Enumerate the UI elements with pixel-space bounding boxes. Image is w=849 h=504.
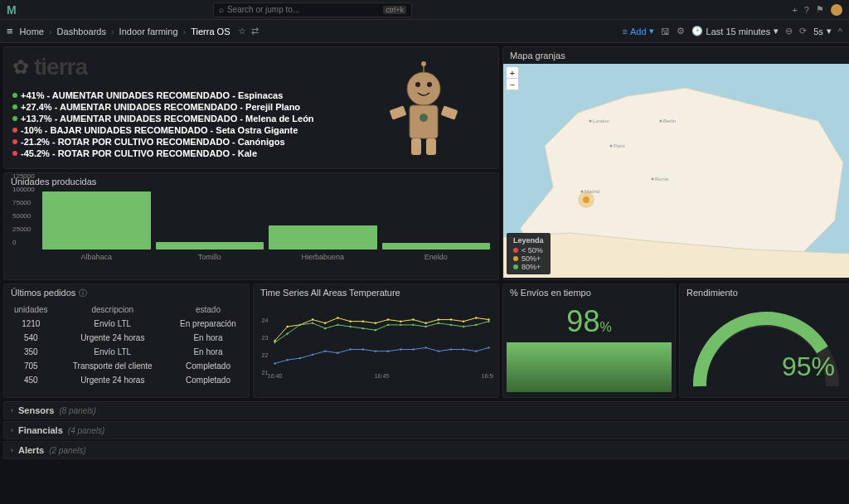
app-logo[interactable]: M <box>7 3 17 17</box>
refresh-icon[interactable]: ⟳ <box>799 26 807 36</box>
svg-text:London: London <box>593 119 609 124</box>
svg-point-0 <box>407 72 440 105</box>
help-icon[interactable]: ? <box>804 5 809 15</box>
legend-title: Leyenda <box>513 236 544 245</box>
svg-text:Berlin: Berlin <box>663 119 676 124</box>
crumb-dashboards[interactable]: Dashboards <box>57 27 106 36</box>
table-row[interactable]: 705Transporte del clienteCompletado <box>4 359 249 373</box>
collapsed-row[interactable]: › Sensors (8 panels) <box>3 401 849 419</box>
svg-rect-7 <box>389 105 406 119</box>
bar[interactable] <box>382 243 491 250</box>
refresh-interval[interactable]: 5s ▾ <box>813 26 832 36</box>
avatar[interactable] <box>831 4 842 16</box>
brand-text: tierra <box>34 54 87 80</box>
map-canvas[interactable]: Madrid Paris London Berlin Roma + − Leye… <box>503 64 849 278</box>
svg-point-51 <box>337 324 338 326</box>
bar[interactable] <box>156 242 264 250</box>
map-title: Mapa granjas <box>503 47 849 64</box>
svg-point-74 <box>400 348 401 350</box>
svg-point-54 <box>375 329 376 331</box>
orders-title: Últimos pedidosⓘ <box>4 284 249 303</box>
trend-dot-icon <box>12 116 17 121</box>
table-header[interactable]: unidades <box>4 303 58 317</box>
news-icon[interactable]: ⚑ <box>816 4 824 15</box>
collapsed-row[interactable]: › Alerts (2 panels) <box>3 441 849 459</box>
svg-point-73 <box>387 350 389 351</box>
svg-point-70 <box>349 348 351 350</box>
svg-point-65 <box>286 359 288 361</box>
svg-point-37 <box>387 318 389 320</box>
legend-dot-icon <box>513 248 518 253</box>
svg-point-69 <box>337 352 338 354</box>
breadcrumb: Home› Dashboards› Indoor farming› Tierra… <box>20 27 230 36</box>
collapsed-row[interactable]: › Financials (4 panels) <box>3 421 849 439</box>
add-icon[interactable]: + <box>792 5 797 15</box>
robot-mascot <box>374 57 473 165</box>
table-row[interactable]: 1210Envío LTLEn preparación <box>4 317 249 331</box>
share-icon[interactable]: ⇄ <box>251 26 259 36</box>
units-bar-title: Unidades producidas <box>4 173 498 190</box>
bar[interactable] <box>42 191 151 250</box>
search-input[interactable] <box>227 5 383 14</box>
time-picker[interactable]: 🕑 Last 15 minutes ▾ <box>691 26 779 36</box>
envios-kpi-area <box>507 342 672 392</box>
table-header[interactable]: descripcion <box>58 303 167 317</box>
svg-point-45 <box>488 318 489 320</box>
table-row[interactable]: 350Envío LTLEn hora <box>4 345 249 359</box>
zoom-out-button[interactable]: − <box>507 79 518 90</box>
table-header[interactable]: estado <box>167 303 249 317</box>
orders-table: unidadesdescripcionestado 1210Envío LTLE… <box>4 303 249 387</box>
svg-point-32 <box>324 322 326 324</box>
rendimiento-panel: Rendimiento 95% <box>679 284 849 398</box>
svg-point-20 <box>652 178 654 181</box>
map-panel: Mapa granjas Madrid Paris London Berlin … <box>502 46 849 280</box>
search-icon: ⌕ <box>219 5 224 14</box>
save-icon[interactable]: 🖫 <box>661 27 670 36</box>
units-bar-panel: Unidades producidas 02500050000750001000… <box>3 172 499 280</box>
svg-text:Paris: Paris <box>614 143 625 148</box>
crumb-home[interactable]: Home <box>20 27 44 36</box>
table-row[interactable]: 540Urgente 24 horasEn hora <box>4 331 249 345</box>
envios-kpi-panel: % Envíos en tiempo 98% <box>502 284 676 398</box>
svg-rect-10 <box>426 138 436 155</box>
timeseries-chart[interactable]: 2122232416:4016:4516:50 <box>254 301 498 382</box>
star-icon[interactable]: ☆ <box>238 26 246 36</box>
envios-kpi-title: % Envíos en tiempo <box>503 284 675 301</box>
svg-point-31 <box>312 318 313 320</box>
svg-point-58 <box>424 326 426 327</box>
svg-point-41 <box>438 318 439 320</box>
svg-point-71 <box>362 348 364 350</box>
envios-kpi-value: 98% <box>566 304 611 339</box>
svg-point-42 <box>450 318 452 320</box>
svg-point-72 <box>375 350 376 351</box>
shortcut-hint: ctrl+k <box>383 6 406 14</box>
svg-point-4 <box>421 61 426 66</box>
svg-point-34 <box>349 320 351 322</box>
global-search[interactable]: ⌕ ctrl+k <box>213 2 412 17</box>
svg-text:24: 24 <box>262 317 269 323</box>
navbar: ≡ Home› Dashboards› Indoor farming› Tier… <box>0 20 849 43</box>
trend-dot-icon <box>12 104 17 109</box>
svg-text:23: 23 <box>262 335 269 341</box>
chevron-up-icon[interactable]: ^ <box>838 27 842 36</box>
svg-point-39 <box>412 318 414 320</box>
bar-column: Albahaca <box>42 191 151 261</box>
svg-point-60 <box>450 324 452 326</box>
info-icon[interactable]: ⓘ <box>79 288 87 298</box>
svg-point-29 <box>286 326 288 327</box>
zoom-in-button[interactable]: + <box>507 67 518 79</box>
settings-icon[interactable]: ⚙ <box>677 26 685 36</box>
svg-point-49 <box>312 322 313 324</box>
legend-dot-icon <box>513 256 518 261</box>
bar[interactable] <box>269 225 377 250</box>
menu-icon[interactable]: ≡ <box>7 25 13 37</box>
svg-point-38 <box>400 320 401 322</box>
svg-point-46 <box>274 342 275 343</box>
bar-label: Tomillo <box>198 253 221 261</box>
add-panel-button[interactable]: ≡ Add ▾ <box>623 26 654 36</box>
table-row[interactable]: 450Urgente 24 horasCompletado <box>4 373 249 387</box>
chevron-right-icon: › <box>11 426 13 434</box>
crumb-folder[interactable]: Indoor farming <box>119 27 178 36</box>
zoom-out-icon[interactable]: ⊖ <box>785 26 793 36</box>
map-zoom-controls: + − <box>507 67 518 90</box>
